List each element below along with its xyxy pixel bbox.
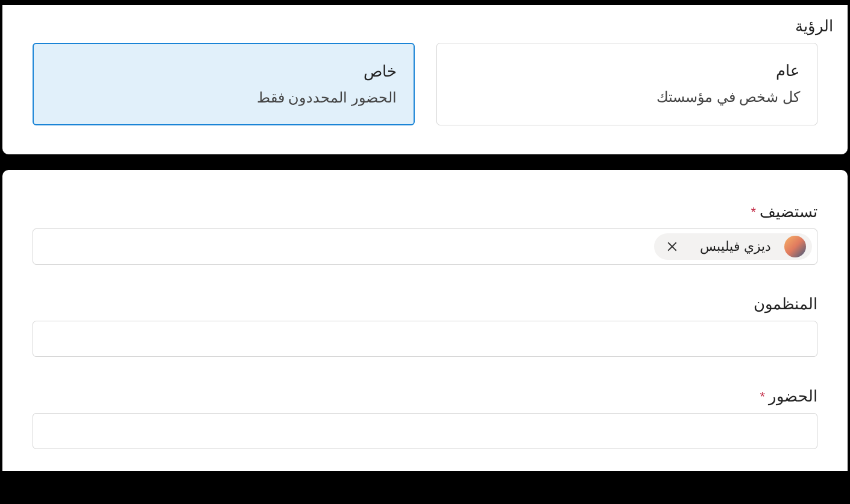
attendees-input[interactable] [33, 413, 817, 449]
host-chip: ديزي فيليبس [654, 233, 812, 260]
avatar [784, 236, 806, 257]
visibility-options-row: عام كل شخص في مؤسستك خاص الحضور المحددون… [17, 43, 833, 125]
visibility-section-label: الرؤية [17, 17, 833, 36]
attendees-label: الحضور * [33, 387, 817, 406]
attendees-label-text: الحضور [769, 387, 817, 406]
visibility-option-title: عام [454, 61, 800, 80]
required-star-icon: * [760, 389, 765, 405]
visibility-option-private[interactable]: خاص الحضور المحددون فقط [33, 43, 415, 125]
organizers-field: المنظمون [17, 295, 833, 357]
host-chip-name: ديزي فيليبس [694, 239, 777, 254]
hosts-input[interactable]: ديزي فيليبس [33, 228, 817, 265]
organizers-label-text: المنظمون [754, 295, 817, 313]
hosts-label: تستضيف * [33, 203, 817, 221]
visibility-option-title: خاص [51, 62, 397, 81]
close-icon[interactable] [658, 236, 687, 257]
hosts-field: تستضيف * ديزي فيليبس [17, 203, 833, 265]
required-star-icon: * [751, 204, 756, 220]
people-panel: تستضيف * ديزي فيليبس المنظمون الحضور [2, 170, 848, 471]
visibility-option-desc: كل شخص في مؤسستك [454, 89, 800, 106]
organizers-label: المنظمون [33, 295, 817, 313]
attendees-field: الحضور * [17, 387, 833, 449]
visibility-panel: الرؤية عام كل شخص في مؤسستك خاص الحضور ا… [2, 5, 848, 154]
visibility-option-public[interactable]: عام كل شخص في مؤسستك [436, 43, 817, 125]
hosts-label-text: تستضيف [760, 203, 817, 221]
visibility-option-desc: الحضور المحددون فقط [51, 89, 397, 106]
organizers-input[interactable] [33, 321, 817, 357]
